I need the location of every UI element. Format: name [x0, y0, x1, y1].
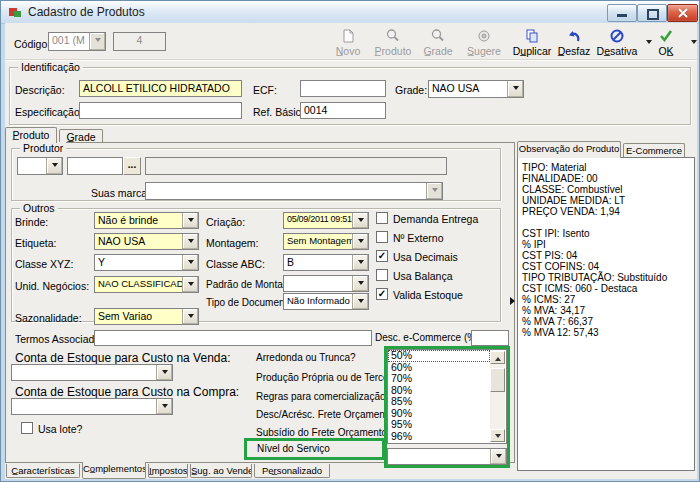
tab-produto[interactable]: P̲roduto	[5, 127, 57, 143]
padrao-montagem-combo[interactable]	[283, 275, 369, 292]
etiqueta-combo[interactable]: NAO USA	[94, 233, 199, 250]
duplicate-icon	[524, 28, 540, 45]
tab-impostos[interactable]: I̲mpostos	[148, 464, 188, 478]
descricao-field[interactable]: ALCOLL ETILICO HIDRATADO	[79, 80, 242, 97]
tab-observacao-produto[interactable]: Observação do Produto	[517, 141, 621, 158]
produtor-type-combo[interactable]	[17, 157, 63, 175]
especificacao-field[interactable]	[79, 102, 242, 119]
brinde-arrow-icon[interactable]	[182, 213, 198, 228]
obs-line: CST ICMS: 060 - Destaca	[522, 283, 694, 294]
ok-check-icon	[658, 28, 674, 45]
montagem-arrow-icon[interactable]	[352, 234, 368, 249]
obs-line: % MVA: 34,17	[522, 305, 694, 316]
codigo-number-field[interactable]: 4	[113, 32, 166, 51]
unid-negocios-combo[interactable]: NAO CLASSIFICADO	[94, 276, 199, 293]
ref-basica-field[interactable]: 0014	[300, 102, 386, 119]
ok-dropdown-arrow-icon[interactable]	[691, 40, 697, 47]
produtor-type-arrow-icon[interactable]	[46, 158, 62, 174]
conta-compra-arrow-icon[interactable]	[156, 399, 172, 414]
tab-complementos[interactable]: Co̲mplementos	[82, 462, 146, 479]
tab-sug-ao-vender[interactable]: S̲ug. ao Vender	[190, 464, 252, 478]
arredonda-label: Arredonda ou Trunca?	[256, 352, 356, 363]
panel-splitter-arrow-icon[interactable]	[510, 297, 519, 305]
codigo-label: Código:	[14, 38, 50, 50]
list-item[interactable]: 50%	[388, 350, 490, 362]
codigo-combo[interactable]: 001 (M	[48, 32, 106, 51]
nivel-servico-combo-arrow-icon[interactable]	[490, 449, 506, 464]
toolbar-label-novo: N̲ovo	[336, 45, 361, 57]
toolbar-label-ok: OK̲	[658, 45, 673, 57]
sazonalidade-combo[interactable]: Sem Variao	[94, 308, 199, 325]
scrollbar-thumb[interactable]	[490, 368, 505, 392]
scroll-up-icon[interactable]	[490, 351, 505, 364]
obs-line: CLASSE: Combustível	[522, 184, 694, 195]
usa-lote-checkbox[interactable]	[21, 422, 33, 434]
usa-decimais-checkbox[interactable]: ✓	[376, 250, 388, 262]
montagem-label: Montagem:	[206, 237, 259, 249]
brinde-value: Não é brinde	[95, 213, 182, 228]
unid-negocios-arrow-icon[interactable]	[182, 277, 198, 292]
tab-sug-ao-vender-label: S̲ug. ao Vender	[191, 464, 252, 476]
list-item[interactable]: 96%	[388, 431, 490, 443]
criacao-arrow-icon[interactable]	[352, 213, 368, 228]
toolbar-button-sugere[interactable]: S̲ugere	[461, 28, 507, 60]
toolbar-button-novo[interactable]: N̲ovo	[325, 28, 371, 60]
etiqueta-arrow-icon[interactable]	[182, 234, 198, 249]
produtor-name-field	[145, 157, 447, 175]
brinde-combo[interactable]: Não é brinde	[94, 212, 199, 229]
valida-estoque-checkbox[interactable]: ✓	[376, 288, 388, 300]
toolbar-button-desativa[interactable]: De̲sativa	[594, 28, 640, 60]
maximize-button[interactable]	[637, 4, 667, 22]
tab-ecommerce[interactable]: E-Commerce	[623, 143, 685, 157]
toolbar-button-duplicar[interactable]: Du̲plicar	[509, 28, 555, 60]
nivel-servico-combo[interactable]	[387, 448, 507, 465]
scroll-down-icon[interactable]	[490, 429, 505, 442]
grade-combo-arrow-icon[interactable]	[507, 81, 523, 97]
n-externo-checkbox[interactable]	[376, 231, 388, 243]
termos-associados-field[interactable]	[94, 330, 372, 346]
list-item[interactable]: 95%	[388, 419, 490, 431]
conta-venda-arrow-icon[interactable]	[156, 365, 172, 380]
tab-complementos-label: Co̲mplementos	[83, 462, 146, 474]
titlebar[interactable]: Cadastro de Produtos	[1, 1, 700, 24]
ecf-field[interactable]	[300, 80, 386, 97]
scrollbar[interactable]	[490, 351, 505, 442]
list-item[interactable]: 85%	[388, 396, 490, 408]
padrao-montagem-arrow-icon[interactable]	[352, 276, 368, 291]
sazonalidade-arrow-icon[interactable]	[182, 309, 198, 324]
grade-combo[interactable]: NAO USA	[428, 80, 524, 98]
regras-label: Regras para comercialização:	[256, 391, 388, 402]
ecf-label: ECF:	[253, 84, 277, 96]
criacao-combo[interactable]: 05/09/2011 09:51:55	[283, 212, 369, 229]
classe-xyz-arrow-icon[interactable]	[182, 255, 198, 270]
produtor-browse-button[interactable]: ...	[123, 157, 141, 175]
demanda-entrega-checkbox[interactable]	[376, 212, 388, 224]
classe-abc-combo[interactable]: B	[283, 254, 369, 271]
codigo-combo-arrow-icon[interactable]	[89, 33, 105, 50]
toolbar-button-grade[interactable]: G̲rade	[415, 28, 461, 60]
montagem-combo[interactable]: Sem Montagem	[283, 233, 369, 250]
tipo-documento-combo[interactable]: Não Informado	[283, 293, 369, 310]
desc-ecommerce-field[interactable]	[471, 330, 509, 346]
classe-xyz-combo[interactable]: Y	[94, 254, 199, 271]
minimize-button[interactable]	[607, 4, 637, 22]
conta-venda-combo[interactable]	[11, 364, 173, 381]
classe-abc-arrow-icon[interactable]	[352, 255, 368, 270]
tab-grade[interactable]: G̲rade	[59, 129, 103, 142]
descricao-label: Descrição:	[15, 84, 65, 96]
search-icon	[430, 28, 446, 45]
toolbar-button-desfaz[interactable]: D̲esfaz	[551, 28, 597, 60]
obs-line: CST COFINS: 04	[522, 261, 694, 272]
tab-caracteristicas[interactable]: C̲aracterísticas	[6, 464, 80, 478]
nivel-servico-highlight: Nível do Serviço	[244, 438, 385, 460]
close-button[interactable]	[667, 4, 698, 22]
usa-balanca-checkbox[interactable]	[376, 269, 388, 281]
tab-personalizado[interactable]: Per̲sonalizado	[254, 464, 330, 478]
toolbar-button-produto[interactable]: P̲roduto	[370, 28, 416, 60]
produtor-code-field[interactable]	[67, 157, 123, 175]
tipo-documento-arrow-icon[interactable]	[352, 294, 368, 309]
toolbar-button-ok[interactable]: OK̲	[645, 28, 687, 60]
list-item[interactable]: 70%	[388, 373, 490, 385]
conta-compra-combo[interactable]	[11, 398, 173, 415]
servico-dropdown-list[interactable]: 50% 60% 70% 80% 85% 90% 95% 96%	[387, 349, 507, 444]
